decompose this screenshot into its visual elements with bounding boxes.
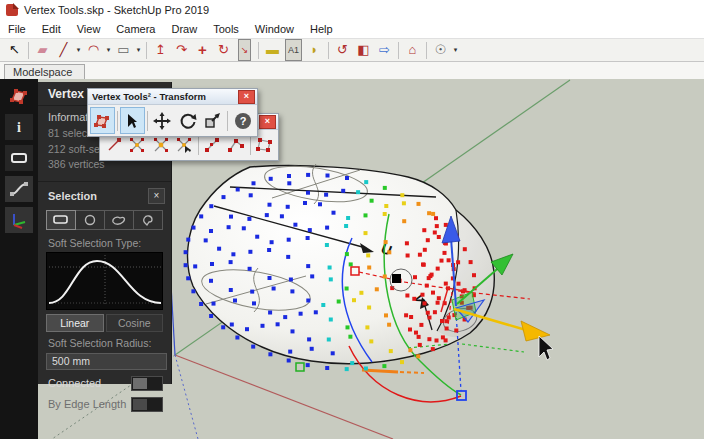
send-to-layout-tool-icon[interactable]: ⇨ (374, 40, 395, 60)
menu-view[interactable]: View (69, 23, 109, 35)
tape-measure-tool-icon[interactable]: ▬ (262, 40, 283, 60)
scale-vertices-button[interactable] (200, 107, 225, 134)
account-menu-icon[interactable]: ☉ (430, 40, 451, 60)
by-edge-length-label: By Edge Length (48, 398, 131, 410)
window-title: Vertex Tools.skp - SketchUp Pro 2019 (24, 4, 209, 16)
soft-selection-radius-label: Soft Selection Radius: (38, 332, 171, 351)
account-menu-dropdown[interactable]: ▾ (451, 46, 460, 54)
menu-help[interactable]: Help (302, 23, 341, 35)
marquee-icon[interactable] (5, 145, 33, 171)
vertex-tools-logo-icon[interactable] (5, 83, 33, 109)
model-cube-tool-icon[interactable]: ◧ (353, 40, 374, 60)
select-vertices-button[interactable] (120, 107, 145, 134)
transform-toolbar-titlebar[interactable]: Vertex Tools² - Transform × (88, 89, 257, 105)
scene-tab-bar: Modelspace (0, 62, 704, 80)
soft-selection-type-label: Soft Selection Type: (38, 232, 171, 251)
tab-modelspace[interactable]: Modelspace (4, 64, 85, 79)
toggle-gizmo-button[interactable] (90, 107, 115, 134)
title-bar: Vertex Tools.skp - SketchUp Pro 2019 (0, 0, 704, 20)
menu-camera[interactable]: Camera (108, 23, 163, 35)
axes-icon[interactable] (5, 207, 33, 233)
rotate-tool-icon[interactable]: ↻ (213, 40, 234, 60)
transform-toolbar: Vertex Tools² - Transform × (87, 88, 258, 137)
toolbar-separator (426, 42, 427, 59)
falloff-type-group: Linear Cosine (46, 314, 163, 332)
warehouse-tool-icon[interactable]: ⌂ (402, 40, 423, 60)
move-vertices-button[interactable] (150, 107, 175, 134)
rectangle-tool-dropdown[interactable]: ▾ (134, 46, 143, 54)
linear-falloff-button[interactable]: Linear (46, 314, 104, 332)
toolbar-separator (146, 42, 147, 59)
line-tool-icon[interactable]: ╱ (53, 40, 74, 60)
connected-label: Connected (48, 377, 131, 389)
select-tool-icon[interactable]: ↖ (4, 40, 25, 60)
connected-toggle[interactable] (131, 376, 163, 391)
toolbar-separator (28, 42, 29, 59)
arc-tool-dropdown[interactable]: ▾ (104, 46, 113, 54)
menu-draw[interactable]: Draw (163, 23, 205, 35)
menu-window[interactable]: Window (247, 23, 302, 35)
orbit-tool-icon[interactable]: ↺ (332, 40, 353, 60)
rectangle-tool-icon[interactable]: ▭ (113, 40, 134, 60)
falloff-curve-display[interactable] (46, 252, 163, 310)
arc-tool-icon[interactable]: ◠ (83, 40, 104, 60)
move-tool-icon[interactable]: + (192, 40, 213, 60)
paint-bucket-tool-icon[interactable]: ◗ (304, 40, 325, 60)
svg-text:i: i (17, 120, 21, 135)
rect-select-mode[interactable] (46, 210, 76, 230)
paint-select-mode[interactable] (134, 210, 163, 230)
soft-selection-radius-input[interactable] (46, 353, 167, 370)
push-pull-tool-icon[interactable]: ↥ (150, 40, 171, 60)
text-tool-icon[interactable]: A1 (283, 40, 304, 60)
toolbar-separator (328, 42, 329, 59)
transform-toolbar-title: Vertex Tools² - Transform (92, 91, 238, 102)
cosine-falloff-button[interactable]: Cosine (106, 314, 164, 332)
help-button[interactable]: ? (230, 107, 255, 134)
toolbar-separator (258, 42, 259, 59)
close-icon[interactable]: × (148, 188, 165, 204)
by-edge-length-toggle-row: By Edge Length (38, 391, 171, 412)
connected-toggle-row: Connected (38, 370, 171, 391)
menu-bar: FileEditViewCameraDrawToolsWindowHelp (0, 20, 704, 38)
toolbar-separator (398, 42, 399, 59)
close-icon[interactable]: × (259, 115, 276, 129)
selection-mode-group (46, 210, 163, 230)
by-edge-length-toggle[interactable] (131, 397, 163, 412)
sketchup-logo-icon (6, 4, 18, 16)
menu-edit[interactable]: Edit (34, 23, 69, 35)
bezier-curve-icon[interactable] (5, 176, 33, 202)
active-vertex (392, 274, 401, 283)
eraser-tool-icon[interactable]: ▰ (32, 40, 53, 60)
rotate-vertices-button[interactable] (175, 107, 200, 134)
scale-tool-icon[interactable]: ↘ (234, 40, 255, 60)
circle-select-mode[interactable] (76, 210, 105, 230)
info-icon[interactable]: i (5, 114, 33, 140)
close-icon[interactable]: × (238, 90, 255, 104)
follow-me-tool-icon[interactable]: ↷ (171, 40, 192, 60)
menu-tools[interactable]: Tools (205, 23, 247, 35)
lasso-select-mode[interactable] (105, 210, 134, 230)
svg-text:?: ? (239, 115, 246, 127)
main-toolbar: ↖▰╱▾◠▾▭▾↥↷+↻↘▬A1◗↺◧⇨⌂☉▾ (0, 38, 704, 62)
menu-file[interactable]: File (0, 23, 34, 35)
selection-header: Selection × (38, 181, 171, 207)
vertex-tools-rail: i (0, 79, 38, 439)
line-tool-dropdown[interactable]: ▾ (74, 46, 83, 54)
